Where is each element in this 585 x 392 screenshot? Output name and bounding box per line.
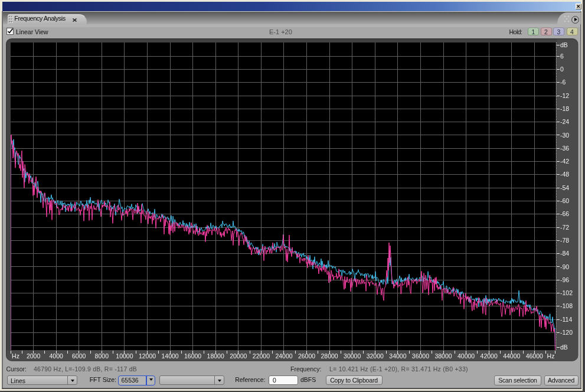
svg-text:44000: 44000 bbox=[503, 352, 520, 360]
svg-text:18000: 18000 bbox=[207, 352, 224, 360]
svg-text:-24: -24 bbox=[560, 118, 569, 125]
svg-text:20000: 20000 bbox=[230, 352, 247, 360]
svg-text:dB: dB bbox=[560, 41, 568, 48]
svg-text:14000: 14000 bbox=[161, 352, 178, 360]
svg-text:22000: 22000 bbox=[253, 352, 270, 360]
svg-text:-60: -60 bbox=[560, 197, 569, 204]
svg-text:-96: -96 bbox=[560, 276, 569, 283]
svg-text:-36: -36 bbox=[560, 145, 569, 152]
svg-text:Hz: Hz bbox=[547, 352, 555, 360]
svg-text:-120: -120 bbox=[560, 329, 573, 336]
svg-text:2000: 2000 bbox=[27, 352, 41, 360]
svg-text:-66: -66 bbox=[560, 210, 569, 217]
svg-text:-108: -108 bbox=[560, 302, 573, 309]
svg-text:24000: 24000 bbox=[275, 352, 292, 360]
svg-text:Hz: Hz bbox=[12, 352, 19, 360]
svg-text:46000: 46000 bbox=[526, 352, 543, 360]
svg-text:-42: -42 bbox=[560, 158, 569, 165]
svg-text:-18: -18 bbox=[560, 105, 569, 112]
svg-text:-90: -90 bbox=[560, 263, 569, 270]
svg-text:40000: 40000 bbox=[457, 352, 475, 360]
svg-text:10000: 10000 bbox=[116, 352, 133, 360]
svg-text:-12: -12 bbox=[560, 92, 569, 99]
svg-text:-78: -78 bbox=[560, 237, 569, 244]
svg-text:28000: 28000 bbox=[321, 352, 338, 360]
svg-text:32000: 32000 bbox=[367, 352, 384, 360]
svg-text:-6: -6 bbox=[560, 79, 566, 86]
svg-text:6000: 6000 bbox=[72, 352, 86, 360]
svg-text:4000: 4000 bbox=[50, 352, 64, 360]
svg-text:42000: 42000 bbox=[481, 352, 498, 360]
svg-text:8000: 8000 bbox=[95, 352, 109, 360]
svg-text:dB: dB bbox=[560, 344, 568, 351]
svg-text:34000: 34000 bbox=[389, 352, 406, 360]
svg-text:26000: 26000 bbox=[298, 352, 315, 360]
svg-text:36000: 36000 bbox=[412, 352, 429, 360]
svg-text:-114: -114 bbox=[560, 316, 572, 323]
svg-text:-30: -30 bbox=[560, 132, 569, 139]
svg-text:-102: -102 bbox=[560, 289, 573, 296]
svg-text:16000: 16000 bbox=[184, 352, 201, 360]
svg-text:0: 0 bbox=[560, 66, 564, 73]
svg-text:38000: 38000 bbox=[434, 352, 452, 360]
svg-text:12000: 12000 bbox=[139, 352, 156, 360]
svg-text:30000: 30000 bbox=[344, 352, 361, 360]
svg-text:-48: -48 bbox=[560, 171, 569, 178]
svg-text:-54: -54 bbox=[560, 184, 569, 191]
svg-text:-84: -84 bbox=[560, 250, 569, 257]
svg-text:6: 6 bbox=[560, 53, 564, 60]
svg-text:-72: -72 bbox=[560, 224, 569, 231]
